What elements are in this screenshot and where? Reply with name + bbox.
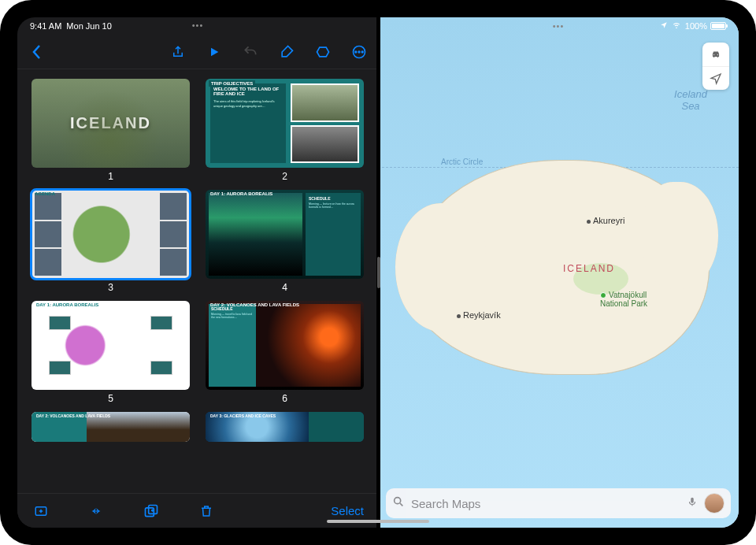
slide-thumb-7[interactable]: DAY 2: VOLCANOES AND LAVA FIELDS	[32, 412, 190, 442]
svg-rect-5	[146, 507, 154, 516]
home-indicator[interactable]	[327, 520, 429, 523]
slide-thumb-4[interactable]: DAY 1: AURORA BOREALIS SCHEDULEMorning —…	[206, 190, 364, 293]
multitask-control[interactable]: •••	[553, 21, 565, 31]
delete-slide-button[interactable]	[197, 502, 216, 521]
slide-6-title: DAY 2: VOLCANOES AND LAVA FIELDS	[210, 302, 299, 307]
map-mode-toolbar	[702, 43, 729, 90]
skip-slide-button[interactable]	[87, 502, 106, 521]
park-pin-icon	[600, 292, 606, 298]
svg-point-2	[358, 51, 360, 53]
slide-number: 6	[282, 393, 287, 404]
slide-thumb-6[interactable]: DAY 2: VOLCANOES AND LAVA FIELDS SCHEDUL…	[206, 301, 364, 404]
keynote-bottom-toolbar: Select	[17, 493, 378, 528]
country-label: ICELAND	[563, 263, 615, 274]
status-bar: 9:41 AM Mon Jun 10 100%	[17, 17, 739, 35]
slide-2-title: TRIP OBJECTIVES	[209, 80, 255, 87]
place-reykjavik[interactable]: Reykjavík	[457, 310, 501, 320]
svg-rect-8	[691, 498, 694, 503]
slide-light-table[interactable]: ICELAND 1 TRIP OBJECTIVES WELCOME TO THE…	[17, 69, 378, 493]
iceland-shape	[407, 160, 710, 374]
search-icon	[392, 495, 405, 511]
select-button[interactable]: Select	[331, 504, 364, 517]
status-date: Mon Jun 10	[66, 21, 111, 31]
slide-number: 3	[108, 282, 113, 293]
keynote-app: •••	[17, 17, 378, 528]
format-brush-button[interactable]	[277, 43, 296, 61]
status-time: 9:41 AM	[30, 21, 61, 31]
search-input[interactable]	[411, 497, 680, 510]
maps-search-bar[interactable]	[386, 488, 731, 518]
wifi-icon	[671, 21, 682, 31]
slide-number: 4	[282, 282, 287, 293]
slide-8-title: DAY 3: GLACIERS AND ICE CAVES	[210, 413, 276, 418]
back-button[interactable]	[27, 43, 46, 61]
split-view-divider[interactable]	[376, 17, 380, 528]
slide-number: 1	[108, 171, 113, 182]
play-button[interactable]	[205, 43, 224, 61]
maps-app[interactable]: ••• Iceland Sea Arctic Circle Akureyri R…	[378, 17, 739, 528]
slide-thumb-1[interactable]: ICELAND 1	[32, 79, 190, 182]
share-button[interactable]	[169, 43, 187, 61]
sea-label: Iceland Sea	[674, 88, 707, 112]
park-label[interactable]: Vatnajökull National Park	[600, 291, 647, 308]
animate-button[interactable]	[313, 43, 332, 61]
keynote-toolbar	[17, 35, 378, 69]
slide-number: 2	[282, 171, 287, 182]
slide-thumb-2[interactable]: TRIP OBJECTIVES WELCOME TO THE LAND OF F…	[206, 79, 364, 182]
ipad-frame: 9:41 AM Mon Jun 10 100% •••	[0, 0, 756, 545]
arctic-circle-label: Arctic Circle	[441, 158, 483, 166]
multitask-control[interactable]: •••	[192, 20, 204, 30]
duplicate-slide-button[interactable]	[142, 502, 161, 521]
dictation-button[interactable]	[687, 495, 698, 512]
battery-percent: 100%	[685, 21, 707, 31]
map-canvas[interactable]: Iceland Sea Arctic Circle Akureyri Reykj…	[378, 17, 739, 528]
location-button[interactable]	[702, 66, 729, 90]
undo-button[interactable]	[241, 43, 260, 61]
svg-point-3	[361, 51, 363, 53]
slide-5-title: DAY 1: AURORA BOREALIS	[36, 302, 98, 307]
battery-icon	[710, 22, 726, 30]
svg-point-1	[355, 51, 357, 53]
slide-7-title: DAY 2: VOLCANOES AND LAVA FIELDS	[36, 413, 110, 418]
slide-thumb-3[interactable]: AGENDA 3	[32, 190, 190, 293]
place-akureyri[interactable]: Akureyri	[587, 216, 624, 225]
slide-3-title: AGENDA	[35, 191, 55, 196]
user-avatar-button[interactable]	[704, 493, 724, 513]
more-button[interactable]	[350, 43, 369, 61]
slide-thumb-5[interactable]: DAY 1: AURORA BOREALIS 5	[32, 301, 190, 404]
slide-number: 5	[108, 393, 113, 404]
slide-1-title: ICELAND	[70, 114, 151, 132]
add-slide-button[interactable]	[32, 502, 50, 521]
location-indicator-icon	[660, 21, 668, 31]
slide-thumb-8[interactable]: DAY 3: GLACIERS AND ICE CAVES	[206, 412, 364, 442]
driving-mode-button[interactable]	[702, 43, 729, 66]
screen: 9:41 AM Mon Jun 10 100% •••	[17, 17, 739, 528]
svg-point-7	[395, 498, 401, 504]
slide-4-title: DAY 1: AURORA BOREALIS	[210, 191, 272, 196]
